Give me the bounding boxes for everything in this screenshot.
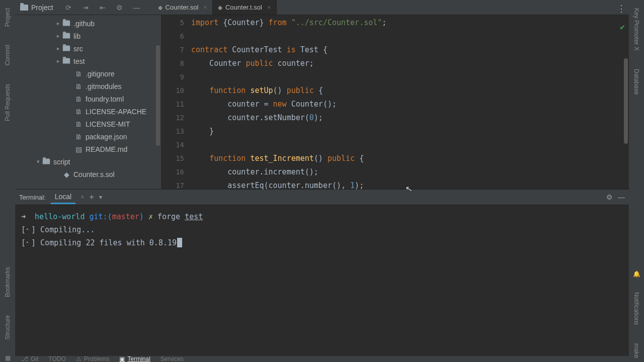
rail-project[interactable]: Project (4, 4, 11, 31)
code-line[interactable]: counter = new Counter(); (191, 98, 629, 111)
tab-counter-sol[interactable]: ◆ Counter.sol × (153, 0, 213, 15)
file-icon: 🗎 (74, 95, 83, 103)
chevron-down-icon[interactable]: ▾ (99, 194, 102, 201)
tree-item-label: script (53, 158, 70, 166)
chevron-icon[interactable]: ▸ (55, 45, 61, 52)
tree-item-label: src (73, 45, 83, 53)
folder-icon (62, 57, 70, 65)
minimize-icon[interactable]: — (618, 193, 625, 201)
line-number: 8 (161, 57, 184, 70)
tree-item[interactable]: ▸src (15, 42, 161, 55)
tree-item-label: package.json (86, 133, 127, 141)
tree-item-label: LICENSE-APACHE (86, 108, 146, 116)
rail-pull-requests[interactable]: Pull Requests (4, 80, 11, 125)
bottom-git[interactable]: ⎇Git (21, 355, 38, 362)
chevron-icon[interactable]: ▸ (55, 20, 61, 27)
git-icon: ⎇ (21, 355, 28, 362)
chevron-icon[interactable]: ▸ (55, 58, 61, 64)
tree-item-label: foundry.toml (86, 95, 124, 103)
line-number: 13 (161, 125, 184, 138)
tree-item[interactable]: 🗎LICENSE-MIT (15, 118, 161, 130)
tree-item-label: LICENSE-MIT (86, 120, 130, 128)
kebab-menu-icon[interactable]: ⋮ (617, 3, 626, 14)
collapse-icon[interactable]: ⇤ (98, 3, 108, 13)
code-line[interactable]: Counter public counter; (191, 57, 629, 70)
rail-bookmarks[interactable]: Bookmarks (4, 263, 11, 301)
tree-item[interactable]: ▸test (15, 55, 161, 67)
line-number: 9 (161, 70, 184, 84)
tree-item[interactable]: ▸.github (15, 17, 161, 30)
folder-icon (62, 32, 70, 40)
line-number: 16 (161, 165, 184, 179)
analysis-ok-icon[interactable]: ✔ (620, 22, 625, 32)
tree-item[interactable]: ▸lib (15, 30, 161, 42)
code-area[interactable]: ✔ import {Counter} from "../src/Counter.… (191, 15, 629, 189)
code-line[interactable]: import {Counter} from "../src/Counter.so… (191, 16, 629, 30)
code-line[interactable]: function setUp() public { (191, 84, 629, 98)
sync-icon[interactable]: ⟳ (63, 3, 73, 13)
close-icon[interactable]: × (267, 4, 271, 11)
tree-item[interactable]: ▤README.md (15, 143, 161, 155)
settings-icon[interactable]: ⚙ (115, 3, 125, 13)
code-line[interactable]: counter.setNumber(0); (191, 111, 629, 125)
rail-structure[interactable]: Structure (4, 311, 11, 344)
terminal-command-arg: test (185, 212, 203, 221)
close-icon[interactable]: × (203, 4, 207, 11)
tree-item[interactable]: 🗎foundry.toml (15, 93, 161, 105)
scrollbar-thumb[interactable] (156, 45, 160, 146)
tab-counter-t-sol[interactable]: ◆ Counter.t.sol × (213, 0, 277, 15)
file-icon: 🗎 (74, 82, 83, 90)
expand-icon[interactable]: ⇥ (80, 3, 91, 13)
line-number: 5 (161, 16, 184, 30)
hide-icon[interactable]: — (132, 3, 142, 13)
top-toolbar: Project ⟳ ⇥ ⇤ ⚙ — ◆ Counter.sol × ◆ Coun… (15, 0, 629, 15)
chevron-icon[interactable]: ▸ (55, 33, 61, 39)
prompt-git: git:( (89, 212, 112, 221)
project-tree[interactable]: ▸.github▸lib▸src▸test🗎.gitignore🗎.gitmod… (15, 15, 161, 189)
tree-item[interactable]: 🗎LICENSE-APACHE (15, 105, 161, 118)
chevron-icon[interactable]: ▾ (35, 158, 41, 165)
rail-notifications[interactable]: Notifications (633, 288, 640, 329)
bottom-problems[interactable]: ⚠Problems (76, 355, 110, 362)
rail-commit[interactable]: Commit (4, 41, 11, 69)
terminal[interactable]: ➜ hello-world git:(master) ✗ forge test … (15, 205, 629, 362)
code-line[interactable] (191, 138, 629, 152)
code-line[interactable]: } (191, 125, 629, 138)
terminal-cursor (177, 238, 182, 247)
line-number: 11 (161, 98, 184, 111)
tree-item[interactable]: 🗎package.json (15, 130, 161, 143)
left-tool-rail: Project Commit Pull Requests Bookmarks S… (0, 0, 15, 362)
bottom-services[interactable]: Services (160, 355, 184, 362)
editor-scrollbar-thumb[interactable] (624, 58, 628, 144)
line-number: 7 (161, 43, 184, 57)
rail-key-promoter[interactable]: Key Promoter X (633, 4, 640, 55)
tree-item[interactable]: ▾script (15, 155, 161, 168)
tree-item-label: .github (73, 20, 95, 28)
code-line[interactable]: assertEq(counter.number(), 1); (191, 179, 629, 193)
code-line[interactable]: function test_Increment() public { (191, 152, 629, 165)
terminal-label: Terminal: (19, 194, 46, 201)
bottom-terminal[interactable]: ▣Terminal (119, 355, 150, 362)
file-icon: 🗎 (74, 120, 83, 128)
rail-database[interactable]: Database (633, 65, 640, 99)
code-line[interactable] (191, 30, 629, 43)
terminal-tab-local[interactable]: Local (51, 191, 75, 204)
code-line[interactable] (191, 70, 629, 84)
rail-build-icon[interactable]: ▦ (4, 354, 12, 362)
bottom-todo[interactable]: TODO (48, 355, 65, 362)
code-editor[interactable]: 567891011121314151617 ✔ import {Counter}… (161, 15, 629, 189)
code-line[interactable]: contract CounterTest is Test { (191, 43, 629, 57)
tree-item-label: .gitmodules (86, 82, 122, 90)
notifications-icon[interactable]: 🔔 (632, 270, 640, 278)
line-number: 12 (161, 111, 184, 125)
tree-item[interactable]: 🗎.gitmodules (15, 80, 161, 93)
tree-item[interactable]: 🗎.gitignore (15, 67, 161, 80)
folder-icon (62, 45, 70, 53)
gear-icon[interactable]: ⚙ (606, 193, 613, 201)
close-icon[interactable]: × (80, 194, 84, 201)
rail-make[interactable]: make (633, 339, 640, 362)
project-selector[interactable]: Project (15, 4, 58, 12)
new-terminal-icon[interactable]: + (89, 192, 94, 202)
code-line[interactable]: counter.increment(); (191, 165, 629, 179)
tree-item[interactable]: ◆Counter.s.sol (15, 168, 161, 180)
